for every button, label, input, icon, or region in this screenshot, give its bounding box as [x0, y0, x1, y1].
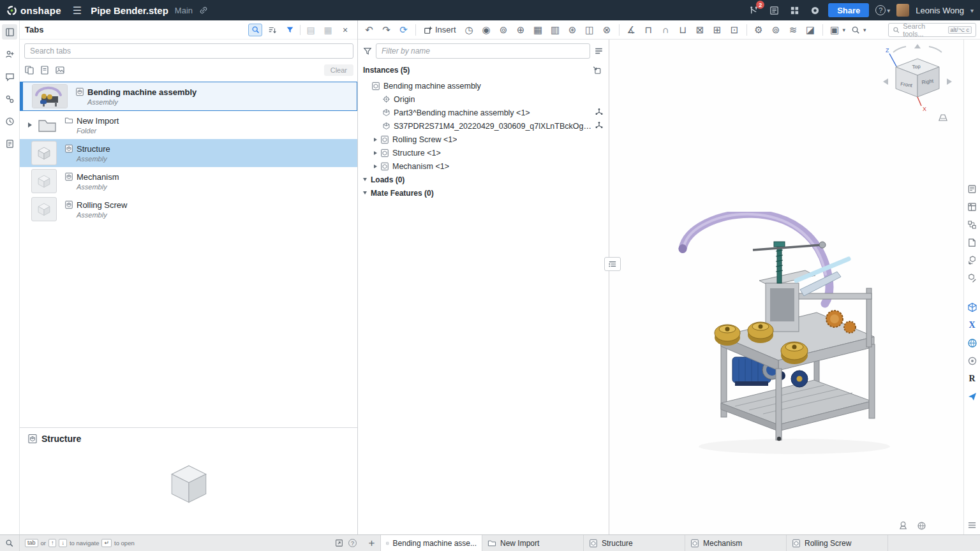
loads-section-header[interactable]: Loads (0) [358, 173, 609, 186]
tab-list-item-structure[interactable]: Structure Assembly [20, 139, 357, 167]
add-tab-button[interactable]: + [363, 535, 381, 551]
tree-item-structure[interactable]: Structure <1> [358, 146, 609, 159]
export-panel-icon[interactable] [966, 254, 979, 266]
share-button[interactable]: Share [828, 3, 869, 17]
help-button[interactable]: ? ▾ [875, 5, 890, 15]
apps-grid-icon[interactable] [787, 3, 801, 17]
expand-chevron-icon[interactable] [371, 151, 380, 155]
edit-studio-icon[interactable] [966, 272, 979, 284]
follow-users-icon[interactable] [2, 47, 17, 62]
doc-tab-bending-machine-assembly[interactable]: Bending machine asse... [381, 535, 482, 551]
frame-profile-icon[interactable]: ⊓ [641, 23, 656, 37]
grid-view-icon[interactable]: ▦ [321, 24, 335, 36]
gear-icon[interactable]: ⚙ [752, 23, 766, 37]
linear-pattern-icon[interactable]: ▥ [548, 23, 563, 37]
circular-pattern-icon[interactable]: ⊛ [565, 23, 580, 37]
filter-type-documents-icon[interactable] [24, 65, 34, 75]
search-tabs-icon[interactable] [248, 24, 262, 36]
rack-icon[interactable]: ⊚ [769, 23, 783, 37]
expand-chevron-icon[interactable] [371, 138, 380, 142]
tab-list-item-mechanism[interactable]: Mechanism Assembly [20, 167, 357, 195]
search-tabs-input[interactable] [24, 43, 353, 59]
display-options-icon[interactable]: ▣ [828, 23, 842, 37]
mate-group-icon[interactable]: ⊚ [496, 23, 511, 37]
sort-tabs-icon[interactable] [265, 24, 279, 36]
search-tools-box[interactable]: Search tools... alt/⌥ c [888, 23, 976, 37]
tree-root-assembly[interactable]: Bending machine assembly [358, 79, 609, 92]
undo-icon[interactable]: ↶ [362, 23, 376, 37]
tab-list-item-bending-machine-assembly[interactable]: Bending machine assembly Assembly [20, 82, 357, 111]
onshape-logo[interactable]: onshape [6, 5, 61, 16]
expand-folder-chevron-icon[interactable] [25, 122, 35, 128]
configurations-panel-icon[interactable] [966, 219, 979, 230]
clear-filters-button[interactable]: Clear [324, 64, 353, 76]
tab-list-item-new-import[interactable]: New Import Folder [20, 111, 357, 139]
list-view-icon[interactable]: ▤ [304, 24, 318, 36]
share-link-icon[interactable] [199, 6, 208, 15]
bom-table-icon[interactable] [966, 201, 979, 212]
history-icon[interactable] [2, 114, 17, 129]
mirror-icon[interactable]: ◫ [583, 23, 597, 37]
user-avatar[interactable] [896, 4, 909, 17]
close-tabs-panel-icon[interactable]: × [338, 24, 352, 36]
status-globe-icon[interactable] [808, 3, 822, 17]
expand-panel-icon[interactable] [335, 539, 343, 547]
doc-tab-new-import[interactable]: New Import [482, 535, 584, 551]
workspace-label[interactable]: Main [175, 6, 193, 15]
environment-icon[interactable] [917, 521, 926, 531]
explode-icon[interactable]: ⊗ [600, 23, 614, 37]
perspective-toggle-icon[interactable] [938, 114, 948, 122]
comments-icon[interactable] [2, 69, 17, 84]
mate-connector-icon[interactable]: ⊕ [514, 23, 528, 37]
mate-connector-icon[interactable] [595, 108, 605, 118]
notes-icon[interactable] [2, 136, 17, 151]
sheet-metal-icon[interactable]: ⊠ [693, 23, 708, 37]
tabs-help-icon[interactable]: ? [348, 539, 357, 547]
send-app-icon[interactable] [966, 391, 979, 402]
group-icon[interactable]: ▦ [531, 23, 546, 37]
collapse-tree-panel-handle[interactable] [604, 257, 621, 271]
doc-tab-rolling-screw[interactable]: Rolling Screw [787, 535, 888, 551]
tree-item-imported-part[interactable]: S37PDR2S71M4_20220429_030609_q7lXLnTBckO… [358, 119, 609, 133]
filter-type-image-icon[interactable] [55, 65, 65, 75]
tree-item-part3[interactable]: Part3^Bending machine assembly <1> [358, 106, 609, 119]
user-name[interactable]: Leonis Wong [916, 6, 964, 15]
insert-button[interactable]: Insert [420, 25, 459, 34]
units-layers-icon[interactable] [966, 519, 979, 531]
filter-tabs-icon[interactable] [283, 24, 297, 36]
filter-type-blob-icon[interactable] [40, 65, 50, 75]
fastener-icon[interactable]: ⊡ [727, 23, 742, 37]
xometry-app-icon[interactable]: X [966, 320, 979, 331]
redo-icon[interactable]: ↷ [379, 23, 394, 37]
zoom-tools-caret-icon[interactable]: ▾ [863, 27, 866, 33]
list-options-icon[interactable] [594, 47, 604, 55]
render-studio-icon[interactable]: R [966, 373, 979, 385]
render-quality-icon[interactable] [898, 521, 908, 531]
tree-item-mechanism[interactable]: Mechanism <1> [358, 159, 609, 173]
zoom-tools-icon[interactable] [848, 23, 863, 37]
tab-list-item-rolling-screw[interactable]: Rolling Screw Assembly [20, 195, 357, 223]
filter-by-name-input[interactable] [376, 43, 590, 59]
hole-icon[interactable]: ⊞ [710, 23, 725, 37]
expand-chevron-icon[interactable] [371, 165, 380, 168]
named-positions-icon[interactable]: ◷ [462, 23, 477, 37]
graphics-viewport[interactable]: Z Top Front Right X [609, 40, 963, 534]
measure-icon[interactable]: ∡ [624, 23, 639, 37]
custom-tables-icon[interactable] [966, 237, 979, 248]
insert-instance-icon[interactable] [590, 64, 604, 77]
web-app-globe-icon[interactable] [966, 337, 979, 349]
spline-icon[interactable]: ≋ [786, 23, 801, 37]
tree-item-rolling-screw[interactable]: Rolling Screw <1> [358, 133, 609, 146]
spotlight-search-button[interactable] [0, 535, 20, 551]
versions-icon[interactable]: 2 [746, 3, 761, 17]
links-icon[interactable] [2, 91, 17, 107]
section-view-icon[interactable]: ◪ [803, 23, 818, 37]
pipe-bender-model[interactable] [664, 212, 893, 480]
mate-icon[interactable]: ◉ [479, 23, 494, 37]
doc-tab-mechanism[interactable]: Mechanism [685, 535, 787, 551]
tabs-panel-icon[interactable] [2, 24, 17, 40]
mate-features-section-header[interactable]: Mate Features (0) [358, 186, 609, 200]
weld-icon[interactable]: ⊔ [676, 23, 690, 37]
doc-tab-structure[interactable]: Structure [584, 535, 685, 551]
tube-icon[interactable]: ∩ [658, 23, 673, 37]
